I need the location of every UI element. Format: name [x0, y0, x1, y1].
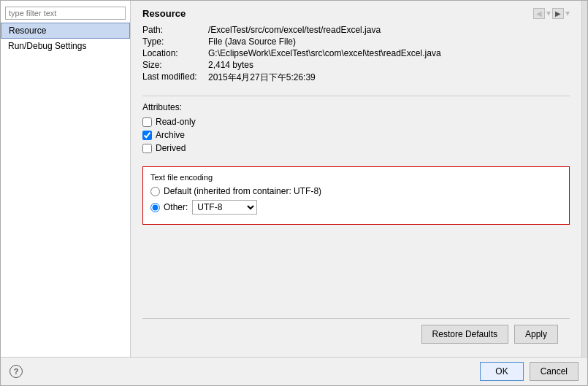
info-row-location: Location: G:\EclipseWork\ExcelTest\src\c… [142, 48, 570, 58]
archive-row: Archive [142, 130, 570, 140]
archive-checkbox[interactable] [142, 131, 152, 140]
sidebar: Resource Run/Debug Settings [1, 1, 131, 357]
attributes-label: Attributes: [142, 102, 570, 112]
page-title: Resource [142, 8, 186, 19]
encoding-default-radio[interactable] [150, 187, 160, 196]
encoding-section: Text file encoding Default (inherited fr… [142, 166, 570, 225]
encoding-other-label: Other: [164, 202, 188, 212]
location-value: G:\EclipseWork\ExcelTest\src\com\excel\t… [208, 48, 441, 58]
path-label: Path: [142, 25, 208, 35]
nav-separator: ▾ [546, 8, 551, 19]
properties-dialog: Resource Run/Debug Settings Resource ◀ ▾… [0, 0, 588, 386]
content-panel: Resource ◀ ▾ ▶ ▾ Path: /ExcelTest/src/co… [131, 1, 581, 357]
archive-label: Archive [156, 130, 185, 140]
nav-arrows: ◀ ▾ ▶ ▾ [533, 8, 570, 19]
restore-defaults-button[interactable]: Restore Defaults [421, 325, 508, 344]
encoding-other-row: Other: UTF-8 UTF-16 ISO-8859-1 US-ASCII [150, 200, 562, 215]
dialog-body: Resource Run/Debug Settings Resource ◀ ▾… [1, 1, 587, 357]
help-button[interactable]: ? [9, 365, 23, 378]
size-label: Size: [142, 60, 208, 70]
size-value: 2,414 bytes [208, 60, 253, 70]
attributes-section: Attributes: Read-only Archive Derived [142, 102, 570, 156]
sidebar-item-resource[interactable]: Resource [1, 23, 130, 39]
bottom-bar: Restore Defaults Apply [142, 318, 570, 350]
modified-value: 2015年4月27日下午5:26:39 [208, 72, 316, 84]
location-label: Location: [142, 48, 208, 58]
info-row-type: Type: File (Java Source File) [142, 36, 570, 47]
info-section: Path: /ExcelTest/src/com/excel/test/read… [142, 25, 570, 85]
path-value: /ExcelTest/src/com/excel/test/readExcel.… [208, 25, 381, 35]
derived-checkbox[interactable] [142, 144, 152, 153]
encoding-default-label: Default (inherited from container: UTF-8… [164, 186, 321, 196]
readonly-checkbox[interactable] [142, 117, 152, 127]
separator [142, 96, 570, 96]
encoding-select[interactable]: UTF-8 UTF-16 ISO-8859-1 US-ASCII [192, 200, 257, 215]
info-row-path: Path: /ExcelTest/src/com/excel/test/read… [142, 25, 570, 35]
readonly-label: Read-only [156, 117, 196, 127]
derived-label: Derived [156, 143, 186, 153]
ok-button[interactable]: OK [480, 362, 523, 381]
derived-row: Derived [142, 143, 570, 153]
readonly-row: Read-only [142, 117, 570, 127]
footer-bar: ? OK Cancel [1, 357, 587, 385]
footer-ok-cancel: OK Cancel [480, 362, 579, 381]
type-label: Type: [142, 36, 208, 47]
encoding-title: Text file encoding [150, 173, 562, 182]
sidebar-item-run-debug[interactable]: Run/Debug Settings [1, 39, 130, 53]
nav-forward-button[interactable]: ▶ [552, 8, 564, 19]
info-row-size: Size: 2,414 bytes [142, 60, 570, 70]
scrollbar[interactable] [581, 1, 587, 357]
content-header: Resource ◀ ▾ ▶ ▾ [142, 8, 570, 19]
modified-label: Last modified: [142, 72, 208, 84]
apply-button[interactable]: Apply [514, 325, 558, 344]
nav-separator2: ▾ [565, 8, 570, 19]
encoding-default-row: Default (inherited from container: UTF-8… [150, 186, 562, 196]
filter-input[interactable] [5, 7, 126, 20]
cancel-button[interactable]: Cancel [530, 362, 579, 381]
type-value: File (Java Source File) [208, 36, 296, 47]
info-row-modified: Last modified: 2015年4月27日下午5:26:39 [142, 72, 570, 84]
encoding-other-radio[interactable] [150, 203, 160, 212]
nav-back-button[interactable]: ◀ [533, 8, 545, 19]
